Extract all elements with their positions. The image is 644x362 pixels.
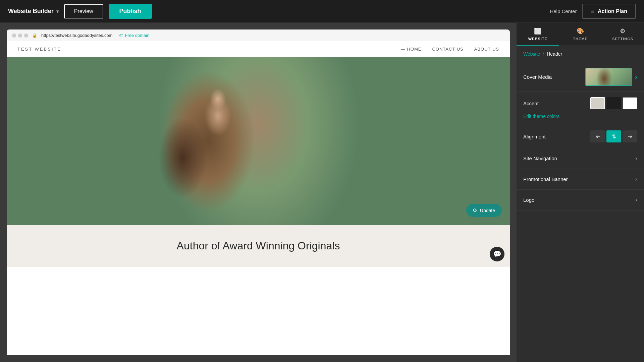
hero-section: ⟳ Update: [7, 57, 510, 225]
update-icon: ⟳: [473, 207, 477, 214]
cover-media-chevron-icon: ›: [635, 73, 637, 81]
free-domain-link[interactable]: 🏷Free domain: [119, 33, 149, 38]
free-domain-icon: 🏷: [119, 33, 123, 38]
tab-settings-label: SETTINGS: [612, 37, 633, 41]
hero-image: [7, 57, 510, 225]
promotional-banner-chevron-icon: ›: [635, 176, 637, 183]
thumbnail-inner: [586, 68, 632, 85]
nav-link-about[interactable]: ABOUT US: [474, 47, 499, 52]
browser-dots: [12, 34, 28, 38]
cover-media-label: Cover Media: [523, 74, 552, 80]
chat-bubble-button[interactable]: 💬: [490, 247, 504, 261]
cover-media-section: Cover Media ›: [517, 62, 644, 92]
breadcrumb: Website / Header: [517, 46, 644, 62]
dot-2: [18, 34, 22, 38]
action-plan-label: Action Plan: [598, 8, 627, 14]
logo-chevron-icon: ›: [635, 196, 637, 203]
chat-icon: 💬: [493, 250, 501, 258]
promotional-banner-label: Promotional Banner: [523, 176, 568, 182]
top-bar: Website Builder ▾ Preview Publish Help C…: [0, 0, 644, 23]
hero-content-section: Author of Award Winning Originals 💬: [7, 225, 510, 267]
alignment-section: Alignment ⇤ ⇅ ⇥: [517, 125, 644, 148]
tab-settings[interactable]: ⚙ SETTINGS: [601, 23, 644, 46]
breadcrumb-current: Header: [547, 51, 562, 57]
settings-tab-icon: ⚙: [620, 27, 626, 35]
hero-title: Author of Award Winning Originals: [20, 238, 496, 253]
browser-chrome: 🔒 https://testwebsite.godaddysites.com 🏷…: [7, 29, 510, 41]
logo-label: Logo: [523, 197, 534, 203]
list-icon: ≡: [591, 8, 594, 15]
site-navigation-label: Site Navigation: [523, 156, 557, 161]
accent-swatch-1[interactable]: [590, 97, 605, 109]
website-tab-icon: ⬜: [534, 27, 542, 35]
publish-button[interactable]: Publish: [109, 4, 152, 19]
dot-3: [24, 34, 28, 38]
brand-chevron-icon: ▾: [56, 9, 59, 14]
tab-theme-label: THEME: [573, 37, 588, 41]
breadcrumb-separator: /: [543, 51, 544, 57]
update-label: Update: [480, 208, 495, 213]
center-panel: 🔒 https://testwebsite.godaddysites.com 🏷…: [0, 23, 517, 362]
tab-website[interactable]: ⬜ WEBSITE: [517, 23, 559, 46]
align-left-button[interactable]: ⇤: [590, 130, 605, 142]
theme-tab-icon: 🎨: [577, 27, 584, 35]
cover-media-thumbnail: [585, 68, 632, 86]
align-center-button[interactable]: ⇅: [606, 130, 621, 142]
dot-1: [12, 34, 16, 38]
breadcrumb-parent[interactable]: Website: [523, 51, 540, 57]
website-preview: TEST WEBSITE — HOME CONTACT US ABOUT US …: [7, 41, 510, 355]
update-button[interactable]: ⟳ Update: [466, 204, 502, 217]
accent-section: Accent Edit theme colors: [517, 92, 644, 125]
align-center-icon: ⇅: [612, 133, 616, 140]
browser-url: https://testwebsite.godaddysites.com: [41, 33, 112, 38]
nav-link-home[interactable]: — HOME: [401, 47, 422, 52]
alignment-buttons: ⇤ ⇅ ⇥: [590, 130, 637, 142]
brand-logo[interactable]: Website Builder ▾: [8, 8, 59, 15]
tab-theme[interactable]: 🎨 THEME: [559, 23, 602, 46]
alignment-label: Alignment: [523, 134, 546, 139]
logo-section[interactable]: Logo ›: [517, 190, 644, 210]
free-domain-label: Free domain: [125, 33, 149, 38]
accent-row: Accent: [523, 97, 637, 109]
site-nav-links: — HOME CONTACT US ABOUT US: [401, 47, 499, 52]
cover-media-thumbnail-wrapper[interactable]: ›: [585, 68, 637, 86]
site-navigation-chevron-icon: ›: [635, 155, 637, 162]
nav-link-contact[interactable]: CONTACT US: [432, 47, 463, 52]
tab-website-label: WEBSITE: [528, 37, 547, 41]
site-logo-text: TEST WEBSITE: [17, 47, 61, 52]
lock-icon: 🔒: [32, 33, 37, 38]
accent-swatch-3[interactable]: [623, 97, 637, 109]
brand-label: Website Builder: [8, 8, 54, 15]
right-panel: ⬜ WEBSITE 🎨 THEME ⚙ SETTINGS Website / H…: [517, 23, 644, 362]
promotional-banner-section[interactable]: Promotional Banner ›: [517, 169, 644, 190]
hero-overlay-person: [7, 57, 510, 225]
action-plan-button[interactable]: ≡ Action Plan: [582, 4, 636, 19]
accent-swatches: [590, 97, 637, 109]
accent-swatch-2[interactable]: [606, 97, 621, 109]
site-navigation-section[interactable]: Site Navigation ›: [517, 148, 644, 169]
align-left-icon: ⇤: [596, 133, 600, 140]
align-right-button[interactable]: ⇥: [623, 130, 637, 142]
site-nav: TEST WEBSITE — HOME CONTACT US ABOUT US: [7, 41, 510, 57]
help-center-link[interactable]: Help Center: [550, 8, 577, 14]
accent-label: Accent: [523, 101, 539, 106]
panel-tabs: ⬜ WEBSITE 🎨 THEME ⚙ SETTINGS: [517, 23, 644, 46]
edit-theme-link[interactable]: Edit theme colors: [523, 114, 559, 119]
align-right-icon: ⇥: [628, 133, 632, 140]
main-content: 🔒 https://testwebsite.godaddysites.com 🏷…: [0, 23, 644, 362]
preview-button[interactable]: Preview: [64, 4, 103, 18]
